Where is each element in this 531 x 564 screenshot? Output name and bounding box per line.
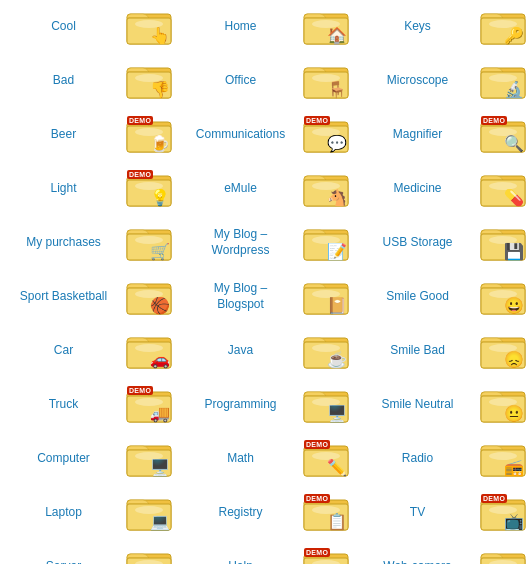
item-label: Java xyxy=(181,343,300,359)
folder-icon: 🖥️ xyxy=(125,546,173,564)
item-icon-overlay: ☕ xyxy=(326,348,348,370)
item-label: Math xyxy=(181,451,300,467)
item-icon-overlay: 🔬 xyxy=(503,78,525,100)
item-icon-overlay: 📋 xyxy=(326,510,348,532)
folder-icon: 👆 xyxy=(125,6,173,48)
item-label: Magnifier xyxy=(358,127,477,143)
folder-icon: DEMO🚚 xyxy=(125,384,173,426)
list-item[interactable]: Communications DEMO💬 xyxy=(177,108,354,162)
item-label: Truck xyxy=(4,397,123,413)
item-label: Keys xyxy=(358,19,477,35)
item-label: Registry xyxy=(181,505,300,521)
list-item[interactable]: Magnifier DEMO🔍 xyxy=(354,108,531,162)
folder-icon: 📷 xyxy=(479,546,527,564)
list-item[interactable]: Server 🖥️ xyxy=(0,540,177,564)
list-item[interactable]: Keys 🔑 xyxy=(354,0,531,54)
list-item[interactable]: TV DEMO📺 xyxy=(354,486,531,540)
demo-badge: DEMO xyxy=(304,116,330,125)
folder-icon: 💊 xyxy=(479,168,527,210)
list-item[interactable]: Smile Neutral 😐 xyxy=(354,378,531,432)
list-item[interactable]: My Blog – Blogspot 📔 xyxy=(177,270,354,324)
item-icon-overlay: 🔍 xyxy=(503,132,525,154)
folder-icon: 😞 xyxy=(479,330,527,372)
item-label: TV xyxy=(358,505,477,521)
folder-icon: 🖥️ xyxy=(302,384,350,426)
folder-icon: 👎 xyxy=(125,60,173,102)
item-icon-overlay: 🚚 xyxy=(149,402,171,424)
list-item[interactable]: Java ☕ xyxy=(177,324,354,378)
folder-icon: 🐴 xyxy=(302,168,350,210)
item-label: Medicine xyxy=(358,181,477,197)
item-icon-overlay: 📺 xyxy=(503,510,525,532)
item-icon-overlay: 💬 xyxy=(326,132,348,154)
list-item[interactable]: Medicine 💊 xyxy=(354,162,531,216)
item-icon-overlay: 😐 xyxy=(503,402,525,424)
list-item[interactable]: Car 🚗 xyxy=(0,324,177,378)
folder-icon: ☕ xyxy=(302,330,350,372)
item-icon-overlay: 📻 xyxy=(503,456,525,478)
demo-badge: DEMO xyxy=(481,116,507,125)
list-item[interactable]: Web-camera 📷 xyxy=(354,540,531,564)
item-label: Cool xyxy=(4,19,123,35)
list-item[interactable]: Laptop 💻 xyxy=(0,486,177,540)
list-item[interactable]: Microscope 🔬 xyxy=(354,54,531,108)
folder-icon: 💾 xyxy=(479,222,527,264)
item-icon-overlay: 🏠 xyxy=(326,24,348,46)
item-label: My Blog – Wordpress xyxy=(181,227,300,258)
list-item[interactable]: Smile Bad 😞 xyxy=(354,324,531,378)
list-item[interactable]: Beer DEMO🍺 xyxy=(0,108,177,162)
item-label: Help xyxy=(181,559,300,564)
item-icon-overlay: 🖥️ xyxy=(149,456,171,478)
list-item[interactable]: Cool 👆 xyxy=(0,0,177,54)
list-item[interactable]: USB Storage 💾 xyxy=(354,216,531,270)
list-item[interactable]: Bad 👎 xyxy=(0,54,177,108)
folder-icon: 🚗 xyxy=(125,330,173,372)
demo-badge: DEMO xyxy=(127,116,153,125)
item-label: Laptop xyxy=(4,505,123,521)
list-item[interactable]: Radio 📻 xyxy=(354,432,531,486)
demo-badge: DEMO xyxy=(127,170,153,179)
list-item[interactable]: Smile Good 😀 xyxy=(354,270,531,324)
item-label: My purchases xyxy=(4,235,123,251)
item-label: Home xyxy=(181,19,300,35)
list-item[interactable]: Sport Basketball 🏀 xyxy=(0,270,177,324)
item-icon-overlay: 🐴 xyxy=(326,186,348,208)
demo-badge: DEMO xyxy=(304,548,330,557)
item-label: Server xyxy=(4,559,123,564)
list-item[interactable]: Home 🏠 xyxy=(177,0,354,54)
item-label: Web-camera xyxy=(358,559,477,564)
folder-icon: 🛒 xyxy=(125,222,173,264)
item-label: Office xyxy=(181,73,300,89)
item-label: USB Storage xyxy=(358,235,477,251)
item-label: Computer xyxy=(4,451,123,467)
item-label: Bad xyxy=(4,73,123,89)
item-label: Car xyxy=(4,343,123,359)
list-item[interactable]: Light DEMO💡 xyxy=(0,162,177,216)
folder-icon: 📻 xyxy=(479,438,527,480)
item-icon-overlay: 💾 xyxy=(503,240,525,262)
list-item[interactable]: Registry DEMO📋 xyxy=(177,486,354,540)
item-label: Beer xyxy=(4,127,123,143)
item-label: Microscope xyxy=(358,73,477,89)
item-icon-overlay: 🛒 xyxy=(149,240,171,262)
list-item[interactable]: My purchases 🛒 xyxy=(0,216,177,270)
folder-icon: 📝 xyxy=(302,222,350,264)
list-item[interactable]: My Blog – Wordpress 📝 xyxy=(177,216,354,270)
folder-icon: 🔑 xyxy=(479,6,527,48)
item-label: Radio xyxy=(358,451,477,467)
list-item[interactable]: eMule 🐴 xyxy=(177,162,354,216)
list-item[interactable]: Truck DEMO🚚 xyxy=(0,378,177,432)
folder-icon: 😐 xyxy=(479,384,527,426)
list-item[interactable]: Computer 🖥️ xyxy=(0,432,177,486)
list-item[interactable]: Math DEMO✏️ xyxy=(177,432,354,486)
folder-icon: DEMO💡 xyxy=(125,168,173,210)
folder-icon: 🏀 xyxy=(125,276,173,318)
list-item[interactable]: Programming 🖥️ xyxy=(177,378,354,432)
folder-icon: DEMO✏️ xyxy=(302,438,350,480)
list-item[interactable]: Office 🪑 xyxy=(177,54,354,108)
list-item[interactable]: Help DEMO❓ xyxy=(177,540,354,564)
item-label: Smile Good xyxy=(358,289,477,305)
item-icon-overlay: 👎 xyxy=(149,78,171,100)
folder-icon: 🏠 xyxy=(302,6,350,48)
folder-icon: 🪑 xyxy=(302,60,350,102)
